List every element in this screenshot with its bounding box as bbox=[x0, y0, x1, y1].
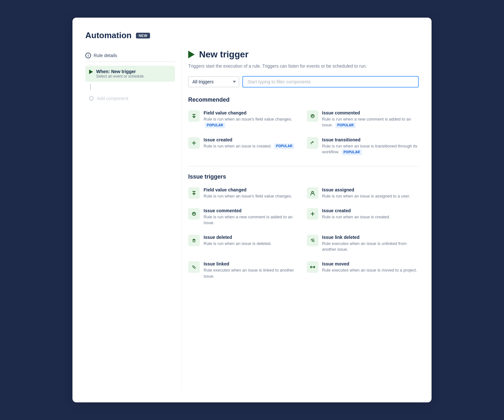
recommended-section-title: Recommended bbox=[188, 97, 419, 103]
trigger-card-desc: Rule is run when an issue is deleted. bbox=[204, 241, 272, 247]
sidebar-add-component[interactable]: Add component bbox=[85, 93, 175, 104]
trigger-card-body: Issue assigned Rule is run when an issue… bbox=[322, 187, 410, 199]
issue-trigger-issue-commented[interactable]: Issue commented Rule is run when a new c… bbox=[188, 206, 300, 228]
trigger-text-block: When: New trigger Select an event or sch… bbox=[96, 69, 145, 79]
trigger-card-body: Issue created Rule is run when an issue … bbox=[322, 208, 390, 220]
issue-trigger-issue-linked[interactable]: Issue linked Rule executes when an issue… bbox=[188, 259, 300, 281]
trigger-card-desc: Rule executes when an issue is unlinked … bbox=[322, 241, 419, 252]
trigger-card-body: Field value changed Rule is run when an … bbox=[204, 187, 292, 199]
issue-trigger-issue-moved[interactable]: Issue moved Rule executes when an issue … bbox=[307, 259, 419, 281]
filter-components-input[interactable] bbox=[242, 76, 419, 88]
issue-triggers-grid: Field value changed Rule is run when an … bbox=[188, 185, 419, 281]
app-container: Automation NEW i Rule details When: New … bbox=[72, 18, 432, 402]
trash-icon bbox=[188, 235, 200, 246]
move-icon bbox=[307, 261, 318, 273]
issue-triggers-section-title: Issue triggers bbox=[188, 173, 419, 180]
issue-trigger-issue-assigned[interactable]: Issue assigned Rule is run when an issue… bbox=[307, 185, 419, 201]
sidebar-rule-details[interactable]: i Rule details bbox=[85, 49, 175, 62]
content-title: New trigger bbox=[199, 49, 248, 60]
header: Automation NEW bbox=[85, 30, 419, 40]
trigger-card-desc: Rule is run when an issue is created. PO… bbox=[204, 143, 294, 149]
trigger-card-desc: Rule is run when an issue's field value … bbox=[204, 193, 292, 199]
svg-rect-11 bbox=[191, 238, 197, 243]
issue-trigger-issue-deleted[interactable]: Issue deleted Rule is run when an issue … bbox=[188, 233, 300, 254]
add-component-label: Add component bbox=[97, 96, 128, 101]
trigger-card-title: Issue transitioned bbox=[322, 137, 419, 142]
trigger-card-title: Issue commented bbox=[204, 208, 300, 213]
trigger-card-body: Issue link deleted Rule executes when an… bbox=[322, 235, 419, 252]
trigger-card-title: Issue created bbox=[322, 208, 390, 213]
trigger-card-title: Issue commented bbox=[322, 110, 419, 115]
popular-badge: POPULAR bbox=[274, 143, 294, 149]
arrow-down-icon bbox=[188, 187, 200, 199]
link-delete-icon bbox=[307, 235, 318, 246]
main-layout: i Rule details When: New trigger Select … bbox=[85, 49, 419, 390]
play-icon-large bbox=[188, 51, 195, 58]
sidebar-trigger-subtitle: Select an event or schedule. bbox=[96, 74, 145, 79]
arrow-down-icon bbox=[188, 110, 200, 122]
trigger-card-desc: Rule executes when an issue is moved to … bbox=[322, 267, 417, 273]
trigger-card-title: Issue deleted bbox=[204, 235, 272, 240]
trigger-card-body: Issue linked Rule executes when an issue… bbox=[204, 261, 300, 279]
sidebar: i Rule details When: New trigger Select … bbox=[85, 49, 181, 390]
dropdown-wrapper: All triggers Issue triggers Scheduled tr… bbox=[188, 76, 239, 87]
trigger-card-body: Issue transitioned Rule is run when an i… bbox=[322, 137, 419, 155]
play-icon bbox=[89, 70, 93, 74]
trigger-card-desc: Rule is run when an issue is assigned to… bbox=[322, 193, 410, 199]
trigger-card-desc: Rule is run when an issue is created. bbox=[322, 214, 390, 220]
popular-badge: POPULAR bbox=[205, 122, 225, 128]
issue-trigger-issue-created[interactable]: Issue created Rule is run when an issue … bbox=[307, 206, 419, 228]
circle-icon bbox=[89, 96, 94, 101]
comment-icon bbox=[188, 208, 200, 220]
rule-details-label: Rule details bbox=[94, 53, 117, 58]
trigger-card-title: Field value changed bbox=[204, 187, 292, 192]
recommended-trigger-issue-commented[interactable]: Issue commented Rule is run when a new c… bbox=[307, 108, 419, 130]
info-icon: i bbox=[85, 53, 91, 58]
recommended-trigger-field-value-changed[interactable]: Field value changed Rule is run when an … bbox=[188, 108, 300, 130]
issue-trigger-field-value-changed[interactable]: Field value changed Rule is run when an … bbox=[188, 185, 300, 201]
trigger-card-body: Field value changed Rule is run when an … bbox=[204, 110, 300, 128]
recommended-trigger-issue-created[interactable]: Issue created Rule is run when an issue … bbox=[188, 135, 300, 157]
trigger-card-body: Issue created Rule is run when an issue … bbox=[204, 137, 294, 149]
content-header: New trigger bbox=[188, 49, 419, 60]
popular-badge: POPULAR bbox=[335, 122, 356, 128]
trigger-card-title: Field value changed bbox=[204, 110, 300, 115]
trigger-card-body: Issue deleted Rule is run when an issue … bbox=[204, 235, 272, 247]
recommended-trigger-issue-transitioned[interactable]: Issue transitioned Rule is run when an i… bbox=[307, 135, 419, 157]
app-title: Automation bbox=[85, 30, 131, 40]
person-icon bbox=[307, 187, 318, 199]
trigger-card-desc: Rule is run when an issue is transitione… bbox=[322, 143, 419, 155]
transition-icon bbox=[307, 137, 318, 149]
trigger-card-body: Issue commented Rule is run when a new c… bbox=[204, 208, 300, 226]
trigger-card-title: Issue linked bbox=[204, 261, 300, 266]
link-icon bbox=[188, 261, 200, 273]
comment-icon bbox=[307, 110, 318, 122]
section-divider bbox=[188, 166, 419, 166]
recommended-triggers-grid: Field value changed Rule is run when an … bbox=[188, 108, 419, 157]
trigger-card-title: Issue assigned bbox=[322, 187, 410, 192]
trigger-card-desc: Rule is run when an issue's field value … bbox=[204, 116, 300, 128]
trigger-filter-dropdown[interactable]: All triggers Issue triggers Scheduled tr… bbox=[188, 76, 239, 87]
trigger-card-desc: Rule is run when a new comment is added … bbox=[322, 116, 419, 128]
connector-line bbox=[90, 84, 91, 90]
plus-icon bbox=[307, 208, 318, 220]
popular-badge: POPULAR bbox=[342, 149, 362, 155]
trigger-card-title: Issue created bbox=[204, 137, 294, 142]
trigger-card-title: Issue moved bbox=[322, 261, 417, 266]
trigger-card-body: Issue moved Rule executes when an issue … bbox=[322, 261, 417, 273]
trigger-card-title: Issue link deleted bbox=[322, 235, 419, 240]
sidebar-trigger-item[interactable]: When: New trigger Select an event or sch… bbox=[85, 66, 175, 82]
trigger-card-body: Issue commented Rule is run when a new c… bbox=[322, 110, 419, 128]
plus-icon bbox=[188, 137, 200, 149]
issue-trigger-issue-link-deleted[interactable]: Issue link deleted Rule executes when an… bbox=[307, 233, 419, 254]
trigger-card-desc: Rule executes when an issue is linked to… bbox=[204, 267, 300, 279]
sidebar-trigger-title: When: New trigger bbox=[96, 69, 145, 74]
new-badge: NEW bbox=[136, 33, 150, 38]
content-description: Triggers start the execution of a rule. … bbox=[188, 63, 419, 70]
trigger-card-desc: Rule is run when a new comment is added … bbox=[204, 214, 300, 226]
filter-row: All triggers Issue triggers Scheduled tr… bbox=[188, 76, 419, 88]
content-area: New trigger Triggers start the execution… bbox=[181, 49, 419, 390]
